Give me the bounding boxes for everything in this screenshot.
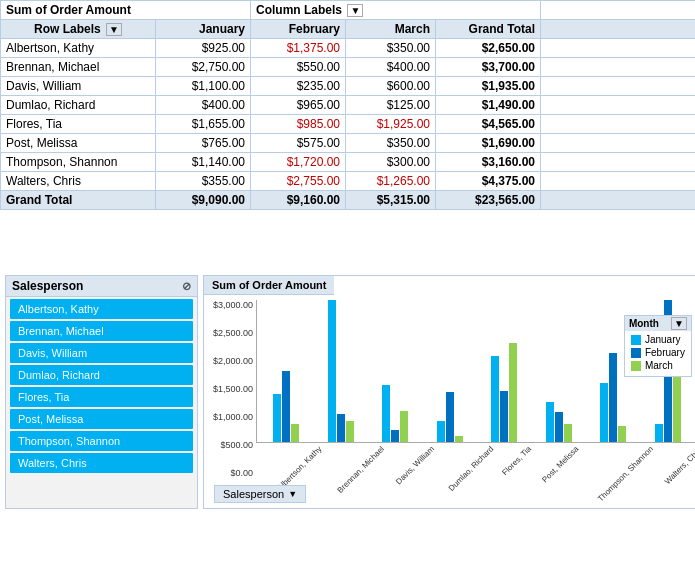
legend-dropdown[interactable]: ▼ bbox=[671, 317, 687, 330]
slicer-item[interactable]: Walters, Chris bbox=[10, 453, 193, 473]
slicer-item[interactable]: Davis, William bbox=[10, 343, 193, 363]
legend-swatch bbox=[631, 335, 641, 345]
slicer-item[interactable]: Flores, Tia bbox=[10, 387, 193, 407]
y-axis-label: $2,500.00 bbox=[208, 328, 253, 338]
salesperson-button[interactable]: Salesperson ▼ bbox=[214, 485, 306, 503]
slicer-item[interactable]: Albertson, Kathy bbox=[10, 299, 193, 319]
bar-feb bbox=[609, 353, 617, 442]
bar-mar bbox=[400, 411, 408, 442]
row-grand-total: $1,490.00 bbox=[436, 96, 541, 115]
data-cell-feb: $985.00 bbox=[251, 115, 346, 134]
x-labels: Albertson, KathyBrennan, MichaelDavis, W… bbox=[257, 443, 695, 508]
bar-group bbox=[368, 385, 422, 442]
january-header: January bbox=[156, 20, 251, 39]
sum-label: Sum of Order Amount bbox=[1, 1, 251, 20]
chart-title: Sum of Order Amount bbox=[204, 276, 334, 295]
slicer-item[interactable]: Post, Melissa bbox=[10, 409, 193, 429]
data-cell-mar: $1,265.00 bbox=[346, 172, 436, 191]
grand-total-jan: $9,090.00 bbox=[156, 191, 251, 210]
data-cell-mar: $400.00 bbox=[346, 58, 436, 77]
row-grand-total: $3,700.00 bbox=[436, 58, 541, 77]
pivot-row: Post, Melissa$765.00$575.00$350.00$1,690… bbox=[1, 134, 696, 153]
data-cell-feb: $2,755.00 bbox=[251, 172, 346, 191]
slicer-item[interactable]: Thompson, Shannon bbox=[10, 431, 193, 451]
grand-total-label: Grand Total bbox=[1, 191, 156, 210]
row-label: Davis, William bbox=[1, 77, 156, 96]
data-cell-feb: $550.00 bbox=[251, 58, 346, 77]
data-cell-feb: $575.00 bbox=[251, 134, 346, 153]
pivot-body: Albertson, Kathy$925.00$1,375.00$350.00$… bbox=[1, 39, 696, 191]
top-header-row: Sum of Order Amount Column Labels ▼ bbox=[1, 1, 696, 20]
bar-group bbox=[422, 392, 476, 442]
bar-group bbox=[259, 371, 313, 442]
legend-item: January bbox=[631, 334, 685, 345]
bottom-section: Salesperson ⊘ Albertson, KathyBrennan, M… bbox=[0, 270, 695, 514]
pivot-row: Dumlao, Richard$400.00$965.00$125.00$1,4… bbox=[1, 96, 696, 115]
bar-group bbox=[531, 402, 585, 442]
bar-feb bbox=[555, 412, 563, 442]
data-cell-feb: $965.00 bbox=[251, 96, 346, 115]
row-label: Dumlao, Richard bbox=[1, 96, 156, 115]
row-grand-total: $3,160.00 bbox=[436, 153, 541, 172]
x-label: Post, Melissa bbox=[539, 443, 615, 519]
bar-group bbox=[477, 343, 531, 442]
x-label: Walters, Chris bbox=[662, 443, 695, 521]
grand-total-row: Grand Total $9,090.00 $9,160.00 $5,315.0… bbox=[1, 191, 696, 210]
row-label: Flores, Tia bbox=[1, 115, 156, 134]
legend-month-label: Month bbox=[629, 318, 659, 329]
salesperson-dropdown-arrow: ▼ bbox=[288, 489, 297, 499]
grand-total-feb: $9,160.00 bbox=[251, 191, 346, 210]
slicer-filter-icon[interactable]: ⊘ bbox=[182, 280, 191, 293]
row-label: Post, Melissa bbox=[1, 134, 156, 153]
data-cell-feb: $1,720.00 bbox=[251, 153, 346, 172]
y-axis-label: $0.00 bbox=[208, 468, 253, 478]
row-label: Walters, Chris bbox=[1, 172, 156, 191]
grand-total-header: Grand Total bbox=[436, 20, 541, 39]
legend-swatch bbox=[631, 348, 641, 358]
grand-total-total: $23,565.00 bbox=[436, 191, 541, 210]
column-labels-dropdown[interactable]: ▼ bbox=[347, 4, 363, 17]
row-labels-dropdown[interactable]: ▼ bbox=[106, 23, 122, 36]
chart-area: Sum of Order Amount $3,000.00$2,500.00$2… bbox=[203, 275, 695, 509]
february-header: February bbox=[251, 20, 346, 39]
chart-inner: $3,000.00$2,500.00$2,000.00$1,500.00$1,0… bbox=[204, 295, 695, 508]
legend-label: February bbox=[645, 347, 685, 358]
data-cell-mar: $1,925.00 bbox=[346, 115, 436, 134]
legend-title: Month ▼ bbox=[625, 316, 691, 331]
march-header: March bbox=[346, 20, 436, 39]
bar-mar bbox=[291, 424, 299, 442]
bar-jan bbox=[273, 394, 281, 442]
bar-jan bbox=[546, 402, 554, 442]
slicer-header: Salesperson ⊘ bbox=[6, 276, 197, 297]
y-axis-label: $1,000.00 bbox=[208, 412, 253, 422]
pivot-row: Brennan, Michael$2,750.00$550.00$400.00$… bbox=[1, 58, 696, 77]
pivot-table: Sum of Order Amount Column Labels ▼ Row … bbox=[0, 0, 695, 210]
bar-feb bbox=[337, 414, 345, 442]
grand-total-mar: $5,315.00 bbox=[346, 191, 436, 210]
bar-jan bbox=[382, 385, 390, 442]
data-cell-mar: $600.00 bbox=[346, 77, 436, 96]
row-label: Thompson, Shannon bbox=[1, 153, 156, 172]
row-label: Brennan, Michael bbox=[1, 58, 156, 77]
slicer-item[interactable]: Dumlao, Richard bbox=[10, 365, 193, 385]
slicer-salesperson: Salesperson ⊘ Albertson, KathyBrennan, M… bbox=[5, 275, 198, 509]
row-grand-total: $4,375.00 bbox=[436, 172, 541, 191]
row-labels-header[interactable]: Row Labels ▼ bbox=[1, 20, 156, 39]
slicer-items: Albertson, KathyBrennan, MichaelDavis, W… bbox=[6, 299, 197, 473]
data-cell-mar: $350.00 bbox=[346, 39, 436, 58]
pivot-row: Davis, William$1,100.00$235.00$600.00$1,… bbox=[1, 77, 696, 96]
bar-mar bbox=[673, 377, 681, 442]
data-cell-jan: $1,655.00 bbox=[156, 115, 251, 134]
y-axis-label: $3,000.00 bbox=[208, 300, 253, 310]
legend-item: February bbox=[631, 347, 685, 358]
row-grand-total: $4,565.00 bbox=[436, 115, 541, 134]
bar-feb bbox=[282, 371, 290, 442]
slicer-item[interactable]: Brennan, Michael bbox=[10, 321, 193, 341]
bar-jan bbox=[437, 421, 445, 442]
y-axis-label: $500.00 bbox=[208, 440, 253, 450]
row-grand-total: $1,690.00 bbox=[436, 134, 541, 153]
bar-group bbox=[313, 300, 367, 442]
bar-mar bbox=[509, 343, 517, 442]
y-axis-label: $2,000.00 bbox=[208, 356, 253, 366]
bar-mar bbox=[618, 426, 626, 442]
